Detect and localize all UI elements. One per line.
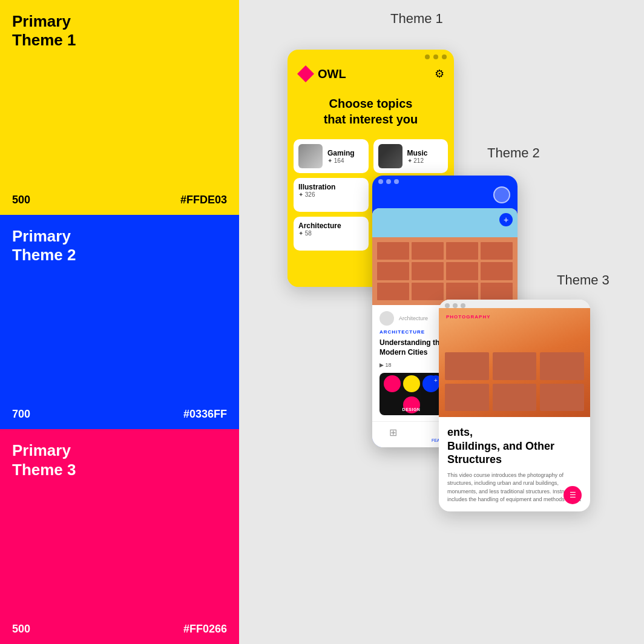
theme-label-2: Theme 2 [487, 145, 540, 161]
building-windows [372, 237, 518, 305]
theme-2-title: Primary Theme 2 [12, 227, 227, 264]
window-2 [412, 242, 444, 260]
record-1 [384, 375, 401, 392]
window-10 [412, 283, 444, 300]
architecture-count: ✦ 58 [298, 230, 364, 237]
architecture-label: Architecture [298, 222, 364, 230]
window-12 [481, 283, 513, 300]
theme-2-hex: #0336FF [183, 408, 227, 421]
gaming-count: ✦ 164 [327, 157, 364, 164]
p3-dot-3 [461, 303, 465, 308]
gear-icon[interactable]: ⚙ [435, 67, 444, 80]
window-4 [481, 242, 513, 260]
music-thumb [378, 144, 402, 168]
window-7 [446, 262, 478, 280]
topic-illustration[interactable]: Illustration ✦ 326 [294, 178, 369, 212]
window-1 [377, 242, 409, 260]
window-8 [481, 262, 513, 280]
phone-mockup-3: PHOTOGRAPHY ents,Buildings, and Other St… [439, 300, 590, 511]
illustration-count: ✦ 326 [298, 191, 364, 198]
p3-dot-1 [445, 303, 450, 308]
topic-music[interactable]: Music ✦ 212 [373, 139, 448, 173]
phone3-tag: PHOTOGRAPHY [446, 314, 491, 320]
topic-gaming[interactable]: Gaming ✦ 164 [294, 139, 369, 173]
phone1-header: OWL ⚙ [288, 62, 454, 90]
phone2-author-name: Architecture [399, 315, 428, 321]
theme-label-1: Theme 1 [390, 11, 443, 27]
theme-3-weight: 500 [12, 623, 30, 636]
phone3-fab[interactable]: ☰ [564, 486, 582, 504]
grid-nav-icon[interactable]: ⊞ [389, 427, 397, 442]
phone1-statusbar [288, 50, 454, 62]
win-dot-2 [386, 179, 391, 184]
window-3 [446, 242, 478, 260]
theme-2-weight: 700 [12, 408, 30, 421]
theme-3-hex: #FF0266 [183, 623, 227, 636]
right-panel: Theme 1 Theme 2 Theme 3 OWL ⚙ Choose top… [239, 0, 644, 644]
phone2-avatar [493, 186, 510, 203]
phone2-plus-btn[interactable]: + [499, 213, 513, 226]
theme-block-3: Primary Theme 3 500 #FF0266 [0, 429, 239, 644]
music-count: ✦ 212 [407, 157, 444, 164]
music-label: Music [407, 149, 444, 157]
building-facade [372, 208, 518, 305]
phone2-header [372, 184, 518, 208]
window-9 [377, 283, 409, 300]
window-5 [377, 262, 409, 280]
phone1-choose-text: Choose topicsthat interest you [288, 90, 454, 139]
theme-1-title: Primary Theme 1 [12, 12, 227, 50]
owl-logo: OWL [297, 65, 346, 82]
theme-1-weight: 500 [12, 194, 30, 206]
phone3-title: ents,Buildings, and Other Structures [439, 417, 590, 472]
theme-block-2: Primary Theme 2 700 #0336FF [0, 215, 239, 430]
status-dot-3 [442, 54, 447, 59]
left-panel: Primary Theme 1 500 #FFDE03 Primary Them… [0, 0, 239, 644]
gaming-label: Gaming [327, 149, 364, 157]
phone3-building-image: PHOTOGRAPHY [439, 308, 590, 417]
design-label: DESIGN [402, 407, 421, 412]
record-2 [403, 375, 420, 392]
topic-architecture[interactable]: Architecture ✦ 58 [294, 217, 369, 251]
illustration-label: Illustration [298, 183, 364, 191]
win-dot-1 [378, 179, 383, 184]
theme-label-3: Theme 3 [557, 272, 610, 288]
status-dot-1 [425, 54, 430, 59]
records-thumb: DESIGN + [380, 373, 443, 415]
window-11 [446, 283, 478, 300]
phone2-building-image: + [372, 208, 518, 305]
phone2-author-avatar [380, 311, 394, 326]
win-dot-3 [394, 179, 399, 184]
gaming-thumb [298, 144, 323, 168]
app-name: OWL [318, 67, 346, 81]
p3-dot-2 [453, 303, 458, 308]
theme-3-title: Primary Theme 3 [12, 441, 227, 479]
theme-block-1: Primary Theme 1 500 #FFDE03 [0, 0, 239, 215]
phone2-controls [372, 176, 518, 184]
phone3-controls [439, 300, 590, 308]
owl-icon [297, 65, 314, 82]
window-6 [412, 262, 444, 280]
status-dot-2 [433, 54, 438, 59]
theme-1-hex: #FFDE03 [180, 194, 227, 206]
